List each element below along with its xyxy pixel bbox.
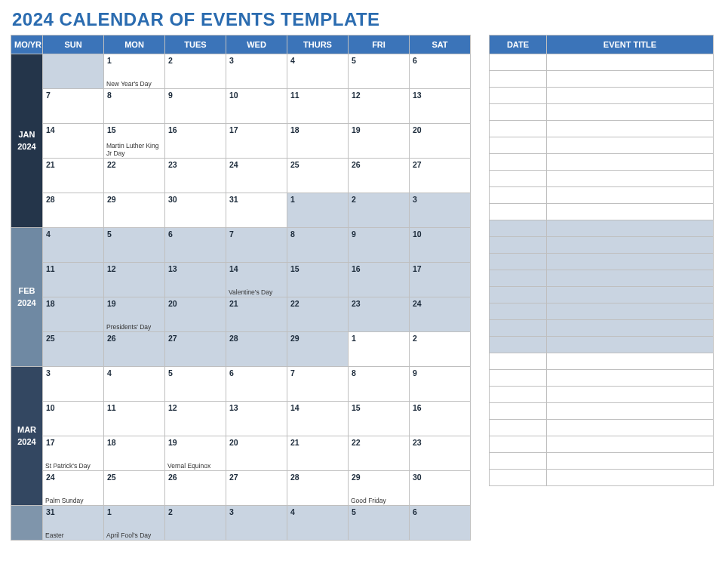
event-title-cell[interactable] bbox=[547, 270, 714, 287]
day-cell[interactable]: 11 bbox=[43, 263, 104, 297]
day-cell[interactable]: 6 bbox=[226, 367, 287, 402]
day-cell[interactable]: 30 bbox=[165, 193, 226, 228]
day-cell[interactable]: 26 bbox=[349, 159, 410, 193]
day-cell[interactable]: 28 bbox=[43, 193, 104, 228]
day-cell[interactable]: 30 bbox=[410, 471, 471, 506]
event-title-cell[interactable] bbox=[547, 88, 714, 104]
event-title-cell[interactable] bbox=[547, 403, 714, 420]
day-cell[interactable]: 10 bbox=[410, 228, 471, 263]
day-cell[interactable]: 17 bbox=[410, 263, 471, 297]
day-cell[interactable]: 20 bbox=[410, 124, 471, 159]
event-title-cell[interactable] bbox=[547, 470, 714, 486]
day-cell[interactable]: 5 bbox=[104, 228, 165, 263]
day-cell[interactable]: 29 bbox=[104, 193, 165, 228]
day-cell[interactable]: 10 bbox=[43, 402, 104, 436]
day-cell[interactable]: 2 bbox=[165, 54, 226, 89]
day-cell[interactable]: 12 bbox=[104, 263, 165, 297]
day-cell[interactable]: 18 bbox=[287, 124, 349, 159]
event-title-cell[interactable] bbox=[547, 204, 714, 220]
day-cell[interactable]: 17 bbox=[226, 124, 287, 159]
day-cell[interactable] bbox=[43, 54, 104, 89]
day-cell[interactable]: 29 bbox=[287, 332, 349, 367]
day-cell[interactable]: 2 bbox=[165, 506, 226, 541]
day-cell[interactable]: 9 bbox=[165, 89, 226, 124]
event-date-cell[interactable] bbox=[490, 254, 547, 270]
day-cell[interactable]: 18 bbox=[104, 436, 165, 471]
day-cell[interactable]: 27 bbox=[410, 159, 471, 193]
day-cell[interactable]: 3 bbox=[410, 193, 471, 228]
day-cell[interactable]: 21 bbox=[226, 297, 287, 332]
event-date-cell[interactable] bbox=[490, 54, 547, 71]
day-cell[interactable]: 22 bbox=[104, 159, 165, 193]
event-date-cell[interactable] bbox=[490, 270, 547, 287]
day-cell[interactable]: 2 bbox=[349, 193, 410, 228]
event-title-cell[interactable] bbox=[547, 187, 714, 204]
day-cell[interactable]: 20 bbox=[165, 297, 226, 332]
day-cell[interactable]: 7 bbox=[287, 367, 349, 402]
event-date-cell[interactable] bbox=[490, 187, 547, 204]
day-cell[interactable]: 11 bbox=[287, 89, 349, 124]
day-cell[interactable]: 5 bbox=[349, 506, 410, 541]
day-cell[interactable]: 23 bbox=[349, 297, 410, 332]
day-cell[interactable]: 4 bbox=[43, 228, 104, 263]
event-date-cell[interactable] bbox=[490, 303, 547, 320]
day-cell[interactable]: 22 bbox=[349, 436, 410, 471]
event-title-cell[interactable] bbox=[547, 287, 714, 303]
day-cell[interactable]: 14 bbox=[43, 124, 104, 159]
day-cell[interactable]: 13 bbox=[165, 263, 226, 297]
day-cell[interactable]: 24Palm Sunday bbox=[43, 471, 104, 506]
event-title-cell[interactable] bbox=[547, 237, 714, 254]
day-cell[interactable]: 7 bbox=[43, 89, 104, 124]
event-date-cell[interactable] bbox=[490, 420, 547, 436]
day-cell[interactable]: 1 bbox=[287, 193, 349, 228]
event-title-cell[interactable] bbox=[547, 337, 714, 353]
day-cell[interactable]: 16 bbox=[349, 263, 410, 297]
day-cell[interactable]: 8 bbox=[287, 228, 349, 263]
event-date-cell[interactable] bbox=[490, 403, 547, 420]
day-cell[interactable]: 5 bbox=[349, 54, 410, 89]
event-title-cell[interactable] bbox=[547, 370, 714, 387]
day-cell[interactable]: 2 bbox=[410, 332, 471, 367]
event-date-cell[interactable] bbox=[490, 470, 547, 486]
day-cell[interactable]: 8 bbox=[104, 89, 165, 124]
event-date-cell[interactable] bbox=[490, 88, 547, 104]
day-cell[interactable]: 15 bbox=[287, 263, 349, 297]
event-date-cell[interactable] bbox=[490, 137, 547, 154]
day-cell[interactable]: 1 bbox=[349, 332, 410, 367]
day-cell[interactable]: 23 bbox=[410, 436, 471, 471]
day-cell[interactable]: 6 bbox=[410, 54, 471, 89]
day-cell[interactable]: 25 bbox=[43, 332, 104, 367]
day-cell[interactable]: 5 bbox=[165, 367, 226, 402]
day-cell[interactable]: 21 bbox=[287, 436, 349, 471]
day-cell[interactable]: 31Easter bbox=[43, 506, 104, 541]
day-cell[interactable]: 17St Patrick's Day bbox=[43, 436, 104, 471]
event-title-cell[interactable] bbox=[547, 71, 714, 88]
event-date-cell[interactable] bbox=[490, 353, 547, 370]
day-cell[interactable]: 25 bbox=[104, 471, 165, 506]
day-cell[interactable]: 9 bbox=[349, 228, 410, 263]
event-date-cell[interactable] bbox=[490, 171, 547, 187]
day-cell[interactable]: 31 bbox=[226, 193, 287, 228]
day-cell[interactable]: 13 bbox=[226, 402, 287, 436]
day-cell[interactable]: 4 bbox=[104, 367, 165, 402]
day-cell[interactable]: 7 bbox=[226, 228, 287, 263]
event-date-cell[interactable] bbox=[490, 237, 547, 254]
day-cell[interactable]: 6 bbox=[410, 506, 471, 541]
event-date-cell[interactable] bbox=[490, 154, 547, 171]
event-date-cell[interactable] bbox=[490, 287, 547, 303]
event-date-cell[interactable] bbox=[490, 71, 547, 88]
day-cell[interactable]: 16 bbox=[165, 124, 226, 159]
day-cell[interactable]: 20 bbox=[226, 436, 287, 471]
day-cell[interactable]: 3 bbox=[43, 367, 104, 402]
event-title-cell[interactable] bbox=[547, 104, 714, 121]
day-cell[interactable]: 4 bbox=[287, 54, 349, 89]
day-cell[interactable]: 24 bbox=[226, 159, 287, 193]
day-cell[interactable]: 3 bbox=[226, 506, 287, 541]
day-cell[interactable]: 14 bbox=[287, 402, 349, 436]
day-cell[interactable]: 19Presidents' Day bbox=[104, 297, 165, 332]
event-date-cell[interactable] bbox=[490, 387, 547, 403]
day-cell[interactable]: 11 bbox=[104, 402, 165, 436]
day-cell[interactable]: 9 bbox=[410, 367, 471, 402]
day-cell[interactable]: 8 bbox=[349, 367, 410, 402]
day-cell[interactable]: 26 bbox=[165, 471, 226, 506]
